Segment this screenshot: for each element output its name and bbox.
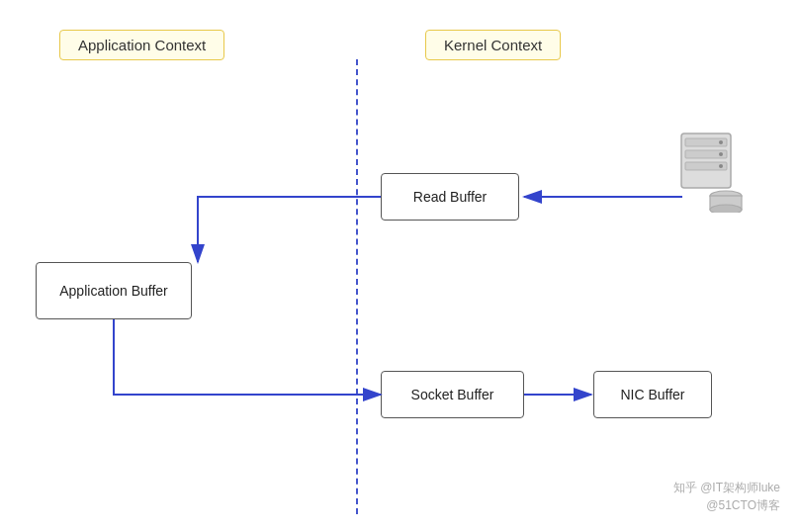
watermark-line2: @51CTO博客 (673, 496, 780, 514)
context-divider (356, 59, 358, 514)
watermark-line1: 知乎 @IT架构师luke (673, 479, 780, 496)
svg-point-4 (719, 140, 723, 144)
app-buffer-box: Application Buffer (36, 262, 192, 319)
svg-point-5 (719, 152, 723, 156)
svg-point-9 (710, 205, 742, 213)
nic-buffer-box: NIC Buffer (593, 371, 712, 418)
kernel-context-label: Kernel Context (425, 30, 561, 60)
diagram-container: Application Context Kernel Context Appli… (0, 0, 800, 532)
application-context-label: Application Context (59, 30, 224, 60)
read-buffer-box: Read Buffer (381, 173, 519, 221)
watermark: 知乎 @IT架构师luke @51CTO博客 (673, 479, 780, 514)
server-icon (671, 129, 751, 213)
socket-buffer-box: Socket Buffer (381, 371, 524, 418)
svg-point-6 (719, 164, 723, 168)
